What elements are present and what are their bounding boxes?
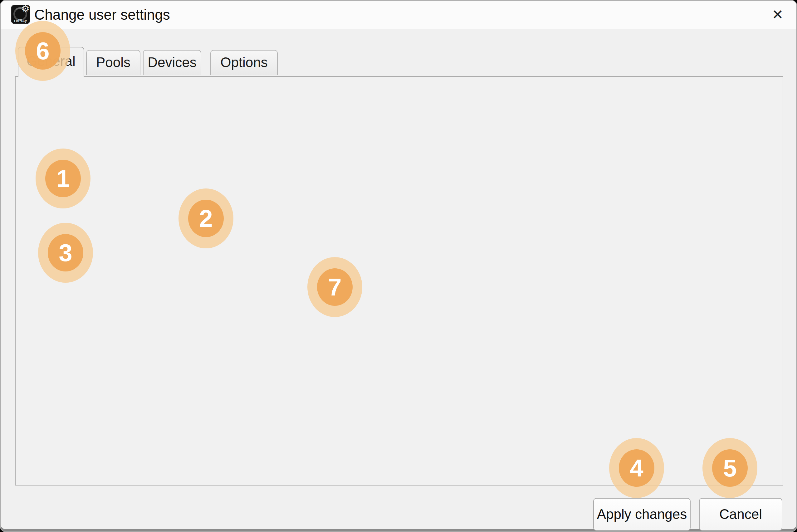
app-logo-icon: ⚙ rePlay: [11, 5, 30, 24]
title-bar: ⚙ rePlay Change user settings ✕: [1, 1, 796, 29]
gear-icon: ⚙: [21, 5, 30, 14]
general-tab-page: [15, 76, 783, 486]
cancel-button[interactable]: Cancel: [699, 498, 782, 531]
apply-changes-button[interactable]: Apply changes: [593, 498, 690, 531]
tab-devices[interactable]: Devices: [143, 50, 201, 75]
screen: ⚙ rePlay Change user settings ✕ General …: [0, 0, 797, 532]
close-icon[interactable]: ✕: [766, 4, 789, 25]
tab-pools[interactable]: Pools: [86, 50, 140, 75]
tab-options[interactable]: Options: [210, 50, 278, 75]
logo-brand-text: rePlay: [11, 18, 30, 23]
dialog-window: ⚙ rePlay Change user settings ✕ General …: [0, 0, 797, 532]
